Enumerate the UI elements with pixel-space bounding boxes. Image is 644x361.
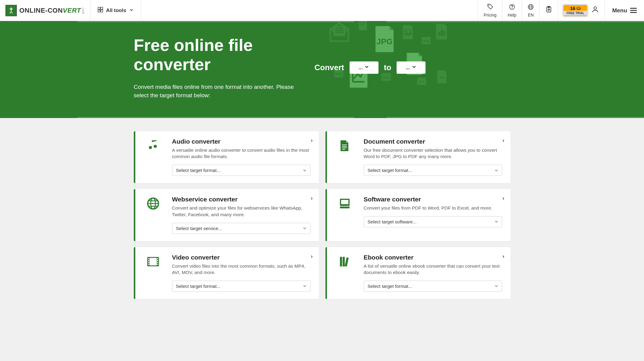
target-format-select[interactable]: Select target format... — [172, 281, 310, 292]
chevron-down-icon — [412, 64, 416, 71]
hero: GIF JPG XLS PDF PNG DOCX TIFF Aa Free on… — [0, 21, 644, 118]
coin-icon — [576, 6, 581, 11]
hamburger-icon — [630, 8, 637, 13]
converter-card: Webservice converter Convert and optimiz… — [134, 189, 319, 241]
card-description: Convert video files into the most common… — [172, 263, 310, 276]
svg-point-5 — [488, 5, 489, 6]
globe-icon — [527, 4, 534, 12]
chevron-right-icon[interactable]: › — [503, 137, 504, 144]
hero-subtitle: Convert media files online from one form… — [134, 83, 297, 100]
convert-to-select[interactable]: ... — [397, 61, 426, 74]
converter-card: Ebook converter A list of versatile onli… — [325, 247, 510, 299]
card-title: Software converter — [364, 196, 502, 203]
target-format-select[interactable]: Select target format... — [364, 281, 502, 292]
help-link[interactable]: Help — [502, 0, 522, 21]
header: ONLINE-CONVERT .COM All tools Pricing He… — [0, 0, 644, 21]
pricing-link[interactable]: Pricing — [478, 0, 502, 21]
converter-card: Audio converter A versatile online audio… — [134, 131, 319, 183]
tag-icon — [487, 4, 493, 12]
chevron-right-icon[interactable]: › — [311, 137, 313, 144]
user-icon[interactable] — [591, 5, 599, 15]
svg-rect-27 — [441, 30, 443, 36]
converter-card: Document converter Our free document con… — [325, 131, 510, 183]
card-description: A versatile online audio converter to co… — [172, 147, 310, 160]
convert-from-select[interactable]: ... — [350, 61, 379, 74]
converter-cards: Audio converter A versatile online audio… — [122, 118, 523, 312]
card-description: Convert and optimize your files for webs… — [172, 205, 310, 218]
card-title: Video converter — [172, 254, 310, 261]
svg-point-7 — [512, 8, 512, 8]
target-format-select[interactable]: Select target format... — [364, 165, 502, 176]
audio-icon — [143, 138, 164, 176]
svg-point-0 — [11, 8, 12, 9]
svg-rect-16 — [333, 26, 345, 36]
hero-title: Free online file converter — [134, 36, 315, 74]
svg-rect-28 — [443, 31, 445, 36]
card-description: A list of versatile online ebook convert… — [364, 263, 502, 276]
clipboard-icon — [545, 6, 552, 15]
target-format-select[interactable]: Select target service... — [172, 223, 310, 234]
chevron-right-icon[interactable]: › — [311, 253, 313, 260]
logo[interactable]: ONLINE-CONVERT .COM — [0, 0, 90, 21]
logo-dotcom: .COM — [82, 7, 85, 14]
svg-rect-2 — [101, 7, 103, 9]
converter-card: Software converter Convert your files fr… — [325, 189, 510, 241]
svg-text:GIF: GIF — [360, 22, 365, 26]
chevron-right-icon[interactable]: › — [311, 195, 313, 201]
svg-rect-1 — [98, 7, 100, 9]
svg-point-15 — [594, 7, 597, 9]
to-label: to — [384, 63, 391, 72]
video-icon — [143, 254, 164, 292]
svg-rect-22 — [404, 30, 411, 35]
chevron-down-icon — [364, 64, 369, 71]
svg-point-14 — [577, 7, 580, 9]
grid-icon — [98, 7, 103, 14]
language-selector[interactable]: EN — [522, 0, 539, 21]
clipboard-link[interactable] — [539, 0, 558, 21]
software-icon — [334, 196, 355, 234]
menu-button[interactable]: Menu — [605, 0, 644, 21]
card-title: Webservice converter — [172, 196, 310, 203]
all-tools-dropdown[interactable]: All tools — [90, 0, 141, 21]
svg-point-23 — [405, 30, 407, 32]
converter-card: Video converter Convert video files into… — [134, 247, 319, 299]
card-title: Audio converter — [172, 138, 310, 145]
ebook-icon — [334, 254, 355, 292]
web-icon — [143, 196, 164, 234]
chevron-right-icon[interactable]: › — [503, 195, 504, 201]
trial-badge[interactable]: 16 FREE TRIAL — [564, 5, 587, 16]
chevron-down-icon — [129, 8, 134, 13]
chevron-right-icon[interactable]: › — [503, 253, 504, 260]
card-description: Our free document converter selection th… — [364, 147, 502, 160]
convert-label: Convert — [315, 63, 344, 72]
logo-icon — [5, 5, 17, 16]
card-title: Ebook converter — [364, 254, 502, 261]
help-icon — [509, 4, 515, 12]
target-format-select[interactable]: Select target format... — [172, 165, 310, 176]
logo-text: ONLINE-CONVERT — [19, 7, 81, 14]
svg-rect-4 — [101, 10, 103, 12]
target-format-select[interactable]: Select target software... — [364, 216, 502, 227]
document-icon — [334, 138, 355, 176]
svg-rect-3 — [98, 10, 100, 12]
trial-section: 16 FREE TRIAL — [558, 0, 605, 21]
all-tools-label: All tools — [106, 8, 126, 14]
card-title: Document converter — [364, 138, 502, 145]
card-description: Convert your files from PDF to Word, PDF… — [364, 205, 502, 211]
